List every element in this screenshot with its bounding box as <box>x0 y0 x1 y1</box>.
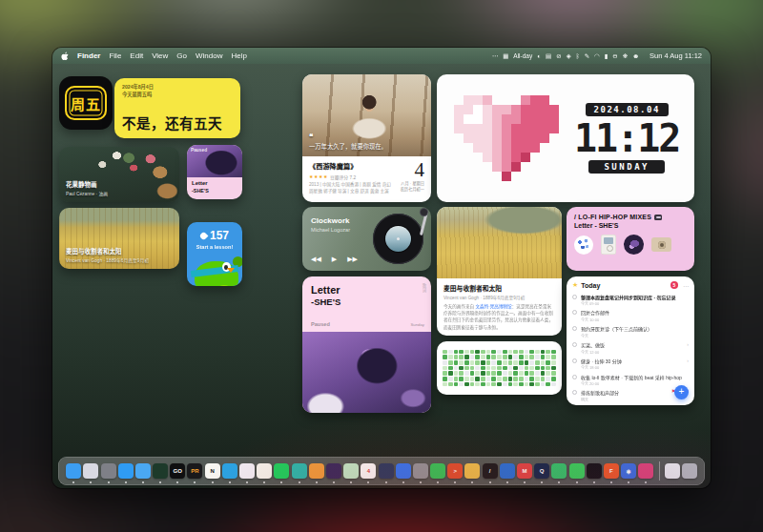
dock-launchpad-icon[interactable] <box>83 463 98 479</box>
dock-vscode-icon[interactable] <box>118 463 134 479</box>
contribution-cell <box>551 350 556 355</box>
movie-calendar-widget[interactable]: ❝ 一万年太久了，就要你现在。 《西游降魔篇》 ★★★★ 豆瓣评分 7.2 20… <box>302 74 431 202</box>
display-icon[interactable]: ◐ <box>537 52 541 59</box>
dock-snowflake-app-icon[interactable]: ✱ <box>621 463 636 479</box>
dock-slash-app-icon[interactable]: / <box>483 463 498 479</box>
minus-icon[interactable]: ⊖ <box>612 52 617 59</box>
wheatfield-art-widget[interactable]: 麦田与收割者和太阳 Vincent van Gogh · 1889年6月底至9月… <box>59 208 179 269</box>
friday-app-icon[interactable]: 周五 <box>59 76 113 130</box>
todo-item[interactable]: 排练新歌和声部分明天⚑ Stage <box>572 388 689 404</box>
music-small-widget[interactable]: Paused Letter -SHE'S <box>187 145 242 199</box>
cassette-player-icon[interactable] <box>601 235 616 255</box>
dock-notion-icon[interactable]: N <box>205 463 220 479</box>
menu-edit[interactable]: Edit <box>130 51 143 60</box>
dock-weread-icon[interactable] <box>257 463 272 479</box>
dock-camera-app-icon[interactable] <box>587 463 602 479</box>
dock-f1-app-icon[interactable]: F <box>604 463 619 479</box>
cezanne-art-widget[interactable]: 花果静物画 Paul Cézanne · 油画 <box>59 147 179 202</box>
duolingo-streak-widget[interactable]: 157 Start a lesson! <box>187 222 242 286</box>
dock-green-app-icon[interactable] <box>430 463 445 479</box>
dock-paint-app-icon[interactable] <box>464 463 480 479</box>
event-label[interactable]: All-day <box>513 52 532 59</box>
dock-things-icon[interactable] <box>396 463 411 479</box>
dock-messages-icon[interactable] <box>569 463 585 479</box>
active-app-name[interactable]: Finder <box>77 51 100 60</box>
todo-item[interactable]: 预约牙医复诊（下午三点前确认）今天 <box>572 324 689 340</box>
dock-telegram-icon[interactable] <box>222 463 237 479</box>
reminders-today-widget[interactable]: ★ Today 5 ⋯ 整理本周复盘笔记并同步到知识库 · 勿忘记录今天 09:… <box>567 276 694 405</box>
dock-github-icon[interactable] <box>326 463 341 479</box>
camera-icon[interactable] <box>651 237 671 252</box>
clockwork-player-widget[interactable]: Clockwork Michael Logozar ◀◀ ▶ ▶▶ <box>302 207 431 271</box>
todo-item[interactable]: 回复合作邮件今天 10:00 <box>572 308 689 324</box>
wifi-icon[interactable]: ◠ <box>594 52 600 59</box>
dock-home-icon[interactable] <box>309 463 324 479</box>
dock-iterm-icon[interactable]: > <box>447 463 463 479</box>
todo-item[interactable]: 健身 · 拉伸 30 分钟今天 18:00› <box>572 356 689 372</box>
bluetooth-icon[interactable]: ᛒ <box>576 52 580 59</box>
dock-pink-app-icon[interactable] <box>638 463 653 479</box>
dock-slack-icon[interactable] <box>239 463 255 479</box>
dock-teal-app-icon[interactable] <box>292 463 307 479</box>
dock-utility-app-icon[interactable] <box>413 463 428 479</box>
todo-checkbox[interactable] <box>572 390 577 395</box>
dock-mint-app-icon[interactable] <box>343 463 359 479</box>
menu-bar-clock[interactable]: Sun 4 Aug 11:12 <box>650 51 702 60</box>
todo-checkbox[interactable] <box>572 342 577 347</box>
game-icon[interactable]: ◈ <box>567 52 571 59</box>
friday-widget[interactable]: 2024年8月4日 今天是周五吗 不是，还有五天 <box>114 78 240 138</box>
dock-finder-icon[interactable] <box>66 463 81 479</box>
todo-item[interactable]: 整理本周复盘笔记并同步到知识库 · 勿忘记录今天 09:00 <box>572 292 689 308</box>
dock-q-app-icon[interactable]: Q <box>534 463 549 479</box>
dock-outlook-icon[interactable] <box>500 463 515 479</box>
next-button[interactable]: ▶▶ <box>347 256 358 263</box>
dock-go-app-icon[interactable]: GO <box>170 463 185 479</box>
lofi-mixes-widget[interactable]: / LO-FI HIP-HOP MIXES Letter - SHE'S <box>567 207 694 271</box>
apple-menu[interactable] <box>61 51 69 61</box>
add-task-button[interactable]: + <box>674 385 689 399</box>
dock-mastergo-icon[interactable]: M <box>517 463 532 479</box>
more-icon[interactable]: ⋯ <box>492 52 499 59</box>
dock-spotify-icon[interactable] <box>274 463 289 479</box>
todo-menu-button[interactable]: ⋯ <box>683 282 689 289</box>
todo-item[interactable]: 买菜、做饭今天 12:00› <box>572 339 689 356</box>
dock-mail-icon[interactable] <box>135 463 151 479</box>
menu-help[interactable]: Help <box>231 51 246 60</box>
museum-link[interactable]: 文森特·梵高博物馆 <box>475 304 511 309</box>
user-icon[interactable]: ☻ <box>632 52 639 59</box>
letter-player-widget[interactable]: Letter -SHE'S 歌词 Paused Sunday <box>302 276 431 413</box>
dock-terminal-icon[interactable] <box>153 463 168 479</box>
todo-checkbox[interactable] <box>572 375 577 379</box>
snow-icon[interactable]: ❋ <box>623 52 628 59</box>
play-button[interactable]: ▶ <box>332 256 337 263</box>
todo-checkbox[interactable] <box>572 295 577 299</box>
todo-checkbox[interactable] <box>572 310 577 315</box>
dock-shield-app-icon[interactable] <box>551 463 567 479</box>
menu-window[interactable]: Window <box>196 51 222 60</box>
menu-go[interactable]: Go <box>176 51 187 60</box>
pixel-clock-widget[interactable]: 2024.08.04 11:12 SUNDAY <box>437 74 694 202</box>
dock-trash-icon[interactable] <box>682 463 697 479</box>
menu-view[interactable]: View <box>152 51 168 60</box>
focus-icon[interactable]: ⊘ <box>556 52 561 59</box>
todo-checkbox[interactable] <box>572 358 577 363</box>
todo-item[interactable]: 收集 lo-fi 歌单素材 · 下载新的 beat 采样 hip-hop今天 2… <box>572 372 689 388</box>
sticker-icon[interactable] <box>574 235 593 255</box>
keyboard-icon[interactable]: ▤ <box>546 52 551 59</box>
todo-checkbox[interactable] <box>572 326 577 331</box>
dock-downloads-icon[interactable] <box>665 463 680 479</box>
album-cover-icon[interactable] <box>624 235 644 255</box>
menu-file[interactable]: File <box>109 51 121 60</box>
pencil-icon[interactable]: ✎ <box>585 52 589 59</box>
battery-icon[interactable]: ▮ <box>605 52 608 59</box>
dock-system-settings-icon[interactable] <box>101 463 116 479</box>
dock-calendar-icon[interactable]: 4 <box>361 463 376 479</box>
dock-panels-app-icon[interactable] <box>379 463 394 479</box>
artwork-info-widget[interactable]: 麦田与收割者和太阳 Vincent van Gogh · 1889年6月底至9月… <box>437 207 562 336</box>
todo-item[interactable]: 确认演出设备清单明天⚑ Stage <box>572 403 689 405</box>
stage-manager-icon[interactable]: ▦ <box>503 52 508 59</box>
contribution-cell <box>508 382 513 387</box>
dock-pr-app-icon[interactable]: PR <box>187 463 202 479</box>
previous-button[interactable]: ◀◀ <box>311 256 321 263</box>
contribution-grid-widget[interactable] <box>437 341 562 395</box>
